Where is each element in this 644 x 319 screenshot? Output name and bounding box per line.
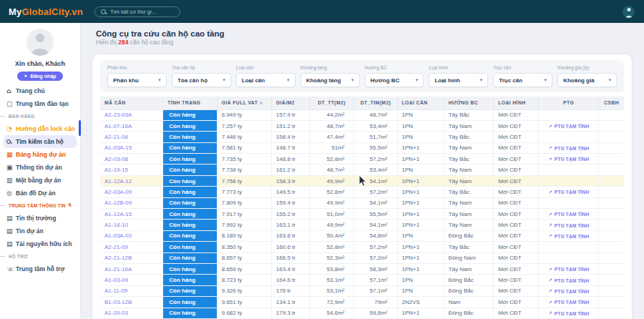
column-header-gia_m2[interactable]: GIÁ/M2: [271, 97, 309, 109]
sidebar-item-trang-chu[interactable]: ⌂ Trang chủ: [4, 84, 77, 97]
sidebar-item-huong-dan-lock-can[interactable]: ◔ Hướng dẫn lock căn: [4, 122, 77, 135]
unit-code-link[interactable]: A1-03A-15: [104, 144, 132, 151]
ptg-link[interactable]: ↗PTG TẠM TÍNH: [548, 310, 589, 316]
sidebar-item-tin-du-an[interactable]: ▤ Tin dự án: [4, 225, 77, 237]
column-header-dt_tt[interactable]: DT_TT(M2): [309, 97, 354, 109]
price-per-m2-cell: 176 tr: [271, 285, 309, 296]
ptg-cell: ↗PTG TẠM TÍNH: [539, 142, 599, 153]
table-row-A1-07-16A[interactable]: A1-07-16A Còn hàng 7.257 tỷ 151.2 tr 48,…: [100, 120, 624, 131]
main-content: Công cụ tra cứu căn hộ cao tầng Hiển thị…: [82, 23, 644, 319]
filter-select[interactable]: Khoảng tầng ▾: [301, 73, 360, 87]
table-row-A2-21-06[interactable]: A2-21-06 Còn hàng 7.446 tỷ 158.4 tr 47,4…: [100, 132, 624, 142]
ptg-link[interactable]: ↗PTG TẠM TÍNH: [548, 278, 589, 283]
filter-select[interactable]: Loại căn ▾: [236, 73, 296, 87]
sort-caret-icon[interactable]: ▾: [260, 100, 262, 105]
ptg-link[interactable]: ↗PTG TẠM TÍNH: [548, 145, 589, 151]
column-header-huong_bc[interactable]: HƯỚNG BC: [444, 97, 494, 109]
column-header-ma_can[interactable]: MÃ CĂN: [100, 97, 163, 109]
unit-code-link[interactable]: A2-23-03A: [104, 112, 132, 118]
sidebar-nav: ⌂ Trang chủ ▢ Trung tâm đào tạo BÁN HÀNG…: [0, 84, 80, 275]
sidebar-item-tim-kiem-can-ho[interactable]: Tìm kiếm căn hộ: [4, 135, 77, 148]
column-header-tinh_trang[interactable]: TÌNH TRẠNG: [163, 97, 217, 109]
ptg-link[interactable]: ↗PTG TẠM TÍNH: [548, 300, 589, 305]
ptg-link[interactable]: ↗PTG TẠM TÍNH: [548, 222, 589, 228]
column-header-csbh[interactable]: CSBH: [599, 97, 624, 109]
table-row-A2-23-03A[interactable]: A2-23-03A Còn hàng 6.949 tỷ 157.9 tr 44,…: [100, 109, 624, 120]
login-button[interactable]: ► Đăng nhập: [17, 72, 62, 81]
table-row-A1-12A-12[interactable]: A1-12A-12 Còn hàng 7.756 tỷ 158.3 tr 49,…: [100, 175, 624, 186]
price-per-m2-cell: 149.5 tr: [271, 187, 309, 197]
table-row-A1-19-15[interactable]: A1-19-15 Còn hàng 7.738 tỷ 161.2 tr 48,7…: [100, 165, 624, 175]
sidebar-scrollbar[interactable]: [79, 120, 81, 136]
unit-code-link[interactable]: B1-03-12B: [104, 299, 132, 305]
column-header-loai_can[interactable]: LOẠI CĂN: [397, 97, 444, 109]
app-logo[interactable]: MyGlobalCity.vn: [9, 6, 83, 17]
sidebar-item-ban-do-du-an[interactable]: ◎ Bản đồ Dự án: [4, 187, 77, 200]
sale-type-cell: Mới CĐT: [494, 285, 539, 296]
column-header-gia_full[interactable]: GIÁ FULL VAT▾: [217, 97, 271, 109]
table-row-A2-03-08[interactable]: A2-03-08 Còn hàng 7.735 tỷ 148.8 tr 52,8…: [100, 154, 624, 165]
table-row-A1-03A-15[interactable]: A1-03A-15 Còn hàng 7.581 tỷ 148.7 tr 51m…: [100, 142, 624, 153]
unit-code-link[interactable]: A2-21-09: [104, 244, 128, 250]
filter-select[interactable]: Tòa căn hộ ▾: [172, 73, 231, 87]
unit-code-link[interactable]: A1-20-03: [104, 310, 128, 316]
filter-select[interactable]: Khoảng giá ▾: [557, 73, 617, 87]
column-header-dt_tim[interactable]: DT_TIM(M2): [354, 97, 397, 109]
table-row-B1-03-12B[interactable]: B1-03-12B Còn hàng 9.651 tỷ 134.1 tr 72,…: [100, 297, 624, 308]
unit-code-link[interactable]: A1-12B-09: [104, 200, 132, 206]
unit-type-cell: 1PN+1: [397, 154, 444, 165]
unit-code-link[interactable]: A2-03A-09: [104, 189, 132, 195]
unit-code-link[interactable]: A1-07-16A: [104, 123, 132, 129]
sidebar-item-tai-nguyen-huu-ich[interactable]: ▤ Tài nguyên hữu ích: [4, 237, 77, 250]
table-row-A1-18-10[interactable]: A1-18-10 Còn hàng 7.992 tỷ 163.1 tr 49,9…: [100, 220, 624, 230]
unit-code-link[interactable]: A1-12A-15: [104, 211, 132, 217]
sidebar-item-bang-hang-du-an[interactable]: ▦ Bảng hàng dự án: [4, 148, 77, 161]
unit-code-link[interactable]: A1-12A-12: [104, 178, 132, 185]
unit-code-link[interactable]: A1-18-10: [104, 222, 128, 228]
filter-select[interactable]: Trục căn ▾: [493, 73, 552, 87]
filter-loai-can: Loại căn Loại căn ▾: [236, 65, 296, 87]
price-cell: 8.350 tỷ: [217, 242, 271, 252]
unit-code-link[interactable]: A1-19-15: [104, 167, 128, 173]
ptg-link[interactable]: ↗PTG TẠM TÍNH: [548, 288, 589, 294]
table-row-A1-20-03[interactable]: A1-20-03 Còn hàng 9.682 tỷ 179.3 tr 54,6…: [100, 308, 624, 318]
filter-select[interactable]: Phân khu ▾: [107, 73, 167, 87]
unit-code-link[interactable]: A2-03-08: [104, 156, 128, 162]
table-row-A1-21-16A[interactable]: A1-21-16A Còn hàng 8.659 tỷ 163.4 tr 53,…: [100, 263, 624, 274]
table-row-A1-03A-02[interactable]: A1-03A-02 Còn hàng 8.180 tỷ 163.6 tr 50,…: [100, 230, 624, 241]
unit-code-link[interactable]: A1-11-09: [104, 288, 127, 294]
price-cell: 7.992 tỷ: [217, 220, 271, 230]
sidebar-item-mat-bang-du-an[interactable]: ▥ Mặt bằng dự án: [4, 174, 77, 187]
table-row-A1-12B-09[interactable]: A1-12B-09 Còn hàng 7.809 tỷ 159.4 tr 49,…: [100, 197, 624, 208]
ptg-link[interactable]: ↗PTG TẠM TÍNH: [548, 233, 589, 239]
ptg-link[interactable]: ↗PTG TẠM TÍNH: [548, 157, 589, 162]
column-header-loai_hinh[interactable]: LOẠI HÌNH: [494, 97, 539, 109]
global-search-input[interactable]: Tìm bất cứ thứ gì...: [94, 6, 180, 17]
table-row-A1-12A-15[interactable]: A1-12A-15 Còn hàng 7.917 tỷ 155.2 tr 51,…: [100, 209, 624, 220]
table-row-A1-03-09[interactable]: A1-03-09 Còn hàng 8.723 tỷ 164.6 tr 53,1…: [100, 275, 624, 285]
ptg-link[interactable]: ↗PTG TẠM TÍNH: [548, 190, 589, 195]
filter-select[interactable]: Hướng BC ▾: [365, 73, 424, 87]
sidebar-item-tin-thi-truong[interactable]: ▤ Tin thị trường: [4, 212, 77, 225]
external-link-icon: ↗: [548, 267, 552, 273]
column-header-ptg[interactable]: PTG: [539, 97, 599, 109]
ptg-link[interactable]: ↗PTG TẠM TÍNH: [548, 212, 589, 217]
table-row-A2-21-12B[interactable]: A2-21-12B Còn hàng 8.657 tỷ 166.5 tr 52,…: [100, 252, 624, 263]
ptg-link[interactable]: ↗PTG TẠM TÍNH: [548, 124, 589, 129]
account-icon[interactable]: [623, 6, 635, 18]
ptg-link[interactable]: ↗PTG TẠM TÍNH: [548, 267, 589, 273]
sidebar-item-trung-tam-dao-tao[interactable]: ▢ Trung tâm đào tạo: [4, 97, 77, 110]
table-row-A2-21-09[interactable]: A2-21-09 Còn hàng 8.350 tỷ 160.6 tr 52,8…: [100, 242, 624, 252]
unit-code-link[interactable]: A2-21-06: [104, 134, 128, 140]
unit-code-link[interactable]: A2-21-12B: [104, 255, 132, 261]
sidebar-item-trung-tam-ho-tro[interactable]: ☏ Trung tâm hỗ trợ: [4, 262, 77, 275]
filter-select[interactable]: Loại hình ▾: [429, 73, 488, 87]
price-per-m2-cell: 148.8 tr: [271, 154, 309, 165]
unit-code-link[interactable]: A1-21-16A: [104, 266, 132, 273]
unit-code-link[interactable]: A1-03-09: [104, 277, 128, 283]
sidebar-item-thong-tin-du-an[interactable]: ▣ Thông tin dự án: [4, 161, 77, 174]
table-row-A2-03A-09[interactable]: A2-03A-09 Còn hàng 7.773 tỷ 149.5 tr 52,…: [100, 187, 624, 197]
price-per-m2-cell: 160.6 tr: [271, 242, 309, 252]
unit-code-link[interactable]: A1-03A-02: [104, 232, 132, 239]
table-row-A1-11-09[interactable]: A1-11-09 Còn hàng 9.326 tỷ 176 tr 53,1m²…: [100, 285, 624, 296]
